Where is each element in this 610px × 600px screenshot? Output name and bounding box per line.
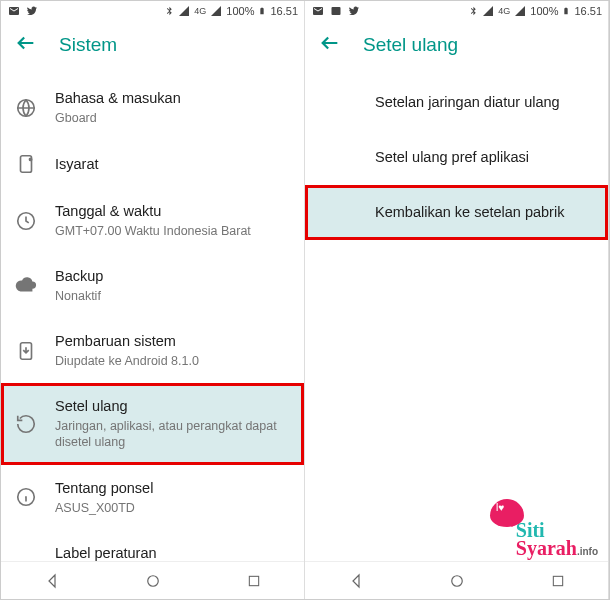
item-reset[interactable]: Setel ulangJaringan, aplikasi, atau pera… — [1, 383, 304, 464]
status-bar: 4G 100% 16.51 — [305, 1, 608, 21]
twitter-icon — [25, 5, 39, 17]
nav-recent-icon[interactable] — [246, 573, 262, 589]
item-title: Setelan jaringan diatur ulang — [375, 93, 594, 112]
image-icon — [329, 5, 343, 17]
item-factory-reset[interactable]: Kembalikan ke setelan pabrik — [305, 185, 608, 240]
clock-icon — [15, 210, 37, 232]
svg-point-9 — [452, 575, 463, 586]
svg-rect-8 — [332, 7, 341, 15]
item-title: Setel ulang pref aplikasi — [375, 148, 594, 167]
update-icon — [15, 340, 37, 362]
app-header: Sistem — [1, 21, 304, 69]
cloud-icon — [15, 275, 37, 297]
reset-list: Setelan jaringan diatur ulang Setel ulan… — [305, 69, 608, 561]
phone-right: 4G 100% 16.51 Setel ulang Setelan jaring… — [305, 1, 609, 599]
item-title: Setel ulang — [55, 397, 290, 416]
item-datetime[interactable]: Tanggal & waktuGMT+07.00 Waktu Indonesia… — [1, 188, 304, 253]
item-backup[interactable]: BackupNonaktif — [1, 253, 304, 318]
item-app-prefs-reset[interactable]: Setel ulang pref aplikasi — [305, 130, 608, 185]
nav-back-icon[interactable] — [43, 572, 61, 590]
svg-rect-7 — [249, 576, 258, 585]
back-icon[interactable] — [15, 32, 37, 58]
signal-icon-2 — [210, 5, 222, 17]
phone-left: 4G 100% 16.51 Sistem Bahasa & masukanGbo… — [1, 1, 305, 599]
item-network-reset[interactable]: Setelan jaringan diatur ulang — [305, 75, 608, 130]
battery-pct: 100% — [530, 5, 558, 17]
mail-icon — [311, 5, 325, 17]
bluetooth-icon — [164, 5, 174, 17]
item-regulatory[interactable]: Label peraturan — [1, 530, 304, 561]
page-title: Setel ulang — [363, 34, 458, 56]
item-title: Pembaruan sistem — [55, 332, 290, 351]
battery-icon — [258, 5, 266, 17]
item-sub: Jaringan, aplikasi, atau perangkat dapat… — [55, 418, 290, 451]
nav-home-icon[interactable] — [144, 572, 162, 590]
item-title: Isyarat — [55, 155, 290, 174]
back-icon[interactable] — [319, 32, 341, 58]
item-title: Bahasa & masukan — [55, 89, 290, 108]
signal-icon — [178, 5, 190, 17]
gesture-icon — [15, 153, 37, 175]
info-icon — [15, 486, 37, 508]
clock-time: 16.51 — [270, 5, 298, 17]
svg-rect-10 — [553, 576, 562, 585]
nav-bar — [1, 561, 304, 599]
item-sub: Diupdate ke Android 8.1.0 — [55, 353, 290, 369]
twitter-icon — [347, 5, 361, 17]
item-language[interactable]: Bahasa & masukanGboard — [1, 75, 304, 140]
nav-bar — [305, 561, 608, 599]
item-sub: Nonaktif — [55, 288, 290, 304]
battery-icon — [562, 5, 570, 17]
clock-time: 16.51 — [574, 5, 602, 17]
item-title: Kembalikan ke setelan pabrik — [375, 203, 594, 222]
nav-back-icon[interactable] — [347, 572, 365, 590]
item-title: Tanggal & waktu — [55, 202, 290, 221]
reset-icon — [15, 413, 37, 435]
item-title: Backup — [55, 267, 290, 286]
item-system-update[interactable]: Pembaruan sistemDiupdate ke Android 8.1.… — [1, 318, 304, 383]
net-label: 4G — [194, 6, 206, 16]
page-title: Sistem — [59, 34, 117, 56]
item-title: Tentang ponsel — [55, 479, 290, 498]
item-sub: ASUS_X00TD — [55, 500, 290, 516]
signal-icon — [482, 5, 494, 17]
svg-point-2 — [29, 158, 31, 160]
status-bar: 4G 100% 16.51 — [1, 1, 304, 21]
item-sub: Gboard — [55, 110, 290, 126]
item-about-phone[interactable]: Tentang ponselASUS_X00TD — [1, 465, 304, 530]
globe-icon — [15, 97, 37, 119]
bluetooth-icon — [468, 5, 478, 17]
settings-list: Bahasa & masukanGboard Isyarat Tanggal &… — [1, 69, 304, 561]
svg-point-6 — [148, 575, 159, 586]
mail-icon — [7, 5, 21, 17]
nav-home-icon[interactable] — [448, 572, 466, 590]
nav-recent-icon[interactable] — [550, 573, 566, 589]
net-label: 4G — [498, 6, 510, 16]
app-header: Setel ulang — [305, 21, 608, 69]
item-sub: GMT+07.00 Waktu Indonesia Barat — [55, 223, 290, 239]
signal-icon-2 — [514, 5, 526, 17]
item-title: Label peraturan — [55, 544, 290, 561]
battery-pct: 100% — [226, 5, 254, 17]
item-gestures[interactable]: Isyarat — [1, 140, 304, 188]
